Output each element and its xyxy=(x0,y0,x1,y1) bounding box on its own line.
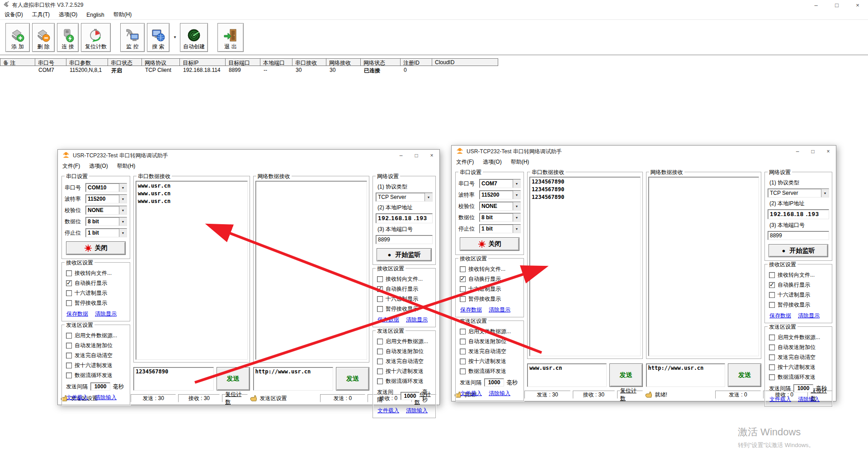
menu-options[interactable]: 选项(O) xyxy=(478,157,506,167)
chevron-down-icon[interactable]: ▼ xyxy=(513,202,520,210)
clear-display-link[interactable]: 清除显示 xyxy=(489,306,510,314)
start-listen-button[interactable]: ●开始监听 xyxy=(769,244,828,257)
clear-input-link[interactable]: 清除输入 xyxy=(95,394,117,401)
serial-send-input[interactable]: 1234567890 xyxy=(133,367,214,391)
chevron-down-icon[interactable]: ▼ xyxy=(513,179,520,188)
col-target-port[interactable]: 目标端口 xyxy=(226,58,260,66)
col-protocol[interactable]: 网络协议 xyxy=(142,58,180,66)
col-local-port[interactable]: 本地端口 xyxy=(260,58,292,66)
local-ip-input[interactable]: 192.168.18 .193 xyxy=(376,213,433,223)
minimize-button[interactable]: – xyxy=(393,150,409,161)
checkbox-auto-append[interactable]: 自动发送附加位 xyxy=(377,348,433,355)
load-file-link[interactable]: 文件载入 xyxy=(460,390,482,397)
checkbox-auto-wrap[interactable]: 自动换行显示 xyxy=(66,279,127,287)
col-serial-rx[interactable]: 串口接收 xyxy=(292,58,326,66)
checkbox-clear-after-send[interactable]: 发送完自动清空 xyxy=(377,358,433,365)
checkbox-send-as-hex[interactable]: 按十六进制发送 xyxy=(377,368,433,375)
chevron-down-icon[interactable]: ▼ xyxy=(119,195,127,203)
checkbox-auto-append[interactable]: 自动发送附加位 xyxy=(66,342,127,349)
checkbox-auto-append[interactable]: 自动发送附加位 xyxy=(769,344,829,351)
local-port-input[interactable]: 8899 xyxy=(768,231,829,240)
checkbox-loop-send[interactable]: 数据流循环发送 xyxy=(66,372,127,379)
clear-input-link[interactable]: 清除输入 xyxy=(406,407,428,415)
network-send-input[interactable]: http://www.usr.cn xyxy=(253,367,334,391)
network-send-input[interactable]: http://www.usr.cn xyxy=(646,363,726,387)
connect-button[interactable]: 连 接 xyxy=(57,23,79,52)
app-close-button[interactable]: × xyxy=(847,0,868,10)
data-bits-select[interactable]: 8 bit▼ xyxy=(85,217,127,226)
col-target-ip[interactable]: 目标IP xyxy=(180,58,226,66)
save-data-link[interactable]: 保存数据 xyxy=(460,306,482,314)
checkbox-hex-display[interactable]: 十六进制显示 xyxy=(377,295,433,303)
col-remark[interactable]: 备 注 xyxy=(0,58,35,66)
baud-rate-select[interactable]: 115200▼ xyxy=(85,194,127,203)
maximize-button[interactable]: □ xyxy=(409,150,424,161)
send-interval-input[interactable]: 1000 xyxy=(401,392,420,400)
baud-rate-select[interactable]: 115200▼ xyxy=(479,190,521,199)
send-interval-input[interactable]: 1000 xyxy=(793,384,813,392)
parity-select[interactable]: NONE▼ xyxy=(85,206,127,215)
checkbox-pause-recv[interactable]: 暂停接收显示 xyxy=(769,301,829,309)
load-file-link[interactable]: 文件载入 xyxy=(377,407,399,415)
local-ip-input[interactable]: 192.168.18 .193 xyxy=(768,209,829,219)
save-data-link[interactable]: 保存数据 xyxy=(66,310,88,318)
close-port-button[interactable]: 关闭 xyxy=(460,237,519,251)
checkbox-loop-send[interactable]: 数据流循环发送 xyxy=(377,377,433,385)
clear-display-link[interactable]: 清除显示 xyxy=(95,310,117,318)
app-maximize-button[interactable]: □ xyxy=(826,0,847,10)
chevron-down-icon[interactable]: ▼ xyxy=(425,193,432,201)
delete-button[interactable]: 删 除 xyxy=(32,23,55,52)
send-interval-input[interactable]: 1000 xyxy=(90,382,110,391)
com-port-select[interactable]: COM10▼ xyxy=(85,183,127,192)
menu-file[interactable]: 文件(F) xyxy=(452,157,478,167)
checkbox-hex-display[interactable]: 十六进制显示 xyxy=(769,291,829,299)
checkbox-clear-after-send[interactable]: 发送完自动清空 xyxy=(769,354,829,361)
send-interval-input[interactable]: 1000 xyxy=(484,378,504,387)
col-params[interactable]: 串口参数 xyxy=(66,58,108,66)
protocol-select[interactable]: TCP Server▼ xyxy=(376,193,433,202)
serial-send-input[interactable]: www.usr.cn xyxy=(527,363,607,387)
checkbox-send-as-hex[interactable]: 按十六进制发送 xyxy=(769,363,829,371)
checkbox-clear-after-send[interactable]: 发送完自动清空 xyxy=(460,348,521,355)
exit-button[interactable]: 退 出 xyxy=(217,23,244,52)
search-button[interactable]: 搜 索 xyxy=(147,23,170,52)
menu-tools[interactable]: 工具(T) xyxy=(28,10,54,19)
checkbox-file-source[interactable]: 启用文件数据源... xyxy=(769,334,829,341)
serial-send-button[interactable]: 发送 xyxy=(217,367,250,391)
reset-count-link[interactable]: 复位计数 xyxy=(222,394,247,402)
menu-options[interactable]: 选项(O) xyxy=(54,10,82,19)
checkbox-clear-after-send[interactable]: 发送完自动清空 xyxy=(66,352,127,359)
stop-bits-select[interactable]: 1 bit▼ xyxy=(479,224,521,233)
menu-file[interactable]: 文件(F) xyxy=(58,161,85,171)
close-port-button[interactable]: 关闭 xyxy=(66,241,126,255)
col-com[interactable]: 串口号 xyxy=(35,58,66,66)
reset-count-button[interactable]: 复位计数 xyxy=(81,23,111,52)
window-titlebar[interactable]: USR-TCP232-Test 串口转网络调试助手 – □ × xyxy=(452,146,836,157)
col-state[interactable]: 串口状态 xyxy=(108,58,142,66)
data-bits-select[interactable]: 8 bit▼ xyxy=(479,213,521,222)
protocol-select[interactable]: TCP Server▼ xyxy=(768,189,829,198)
menu-help[interactable]: 帮助(H) xyxy=(109,10,137,19)
app-minimize-button[interactable]: – xyxy=(806,0,826,10)
clear-display-link[interactable]: 清除显示 xyxy=(406,316,428,324)
checkbox-auto-append[interactable]: 自动发送附加位 xyxy=(460,338,521,345)
serial-receive-area[interactable]: www.usr.cn www.usr.cn www.usr.cn xyxy=(136,181,248,360)
checkbox-auto-wrap[interactable]: 自动换行显示 xyxy=(769,281,829,289)
checkbox-auto-wrap[interactable]: 自动换行显示 xyxy=(377,285,433,293)
clear-input-link[interactable]: 清除输入 xyxy=(489,390,510,397)
checkbox-send-as-hex[interactable]: 按十六进制发送 xyxy=(460,358,521,365)
col-net-state[interactable]: 网络状态 xyxy=(361,58,401,66)
checkbox-hex-display[interactable]: 十六进制显示 xyxy=(460,285,521,293)
checkbox-file-source[interactable]: 启用文件数据源... xyxy=(460,328,521,335)
checkbox-hex-display[interactable]: 十六进制显示 xyxy=(66,289,127,297)
start-listen-button[interactable]: ●开始监听 xyxy=(377,248,432,261)
menu-help[interactable]: 帮助(H) xyxy=(113,161,140,171)
col-net-rx[interactable]: 网络接收 xyxy=(326,58,361,66)
close-button[interactable]: × xyxy=(821,146,836,157)
menu-help[interactable]: 帮助(H) xyxy=(506,157,534,167)
parity-select[interactable]: NONE▼ xyxy=(479,202,521,211)
clear-display-link[interactable]: 清除显示 xyxy=(798,312,820,320)
chevron-down-icon[interactable]: ▼ xyxy=(513,225,520,233)
minimize-button[interactable]: – xyxy=(790,146,805,157)
checkbox-recv-to-file[interactable]: 接收转向文件... xyxy=(66,269,127,277)
